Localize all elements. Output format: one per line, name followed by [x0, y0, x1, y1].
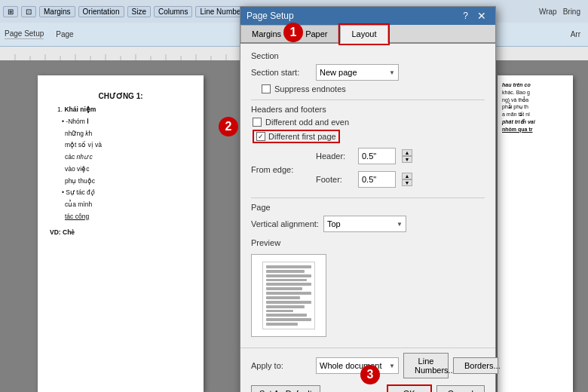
preview-line-10 [266, 305, 305, 308]
preview-section: Preview [251, 238, 485, 340]
header-label: Header: [316, 152, 354, 161]
preview-row [251, 251, 485, 340]
preview-line-2 [266, 270, 305, 273]
different-first-page-label: Different first page [268, 132, 336, 141]
section-start-arrow: ▼ [389, 69, 395, 76]
header-row: Header: ▲ ▼ [316, 148, 412, 164]
dialog-title: Page Setup [247, 11, 294, 21]
footer-label: Footer: [316, 175, 354, 184]
headers-footers-group: Headers and footers Different odd and ev… [251, 105, 485, 191]
apply-to-select[interactable]: Whole document ▼ [316, 357, 399, 374]
header-spinner: ▲ ▼ [402, 149, 412, 163]
dialog-body: Section Section start: New page ▼ Suppre… [240, 44, 495, 348]
preview-line-8 [266, 296, 300, 299]
preview-label: Preview [251, 238, 485, 247]
header-spin-down[interactable]: ▼ [402, 156, 412, 163]
suppress-endnotes-label: Suppress endnotes [274, 84, 346, 93]
section-start-row: Section start: New page ▼ [251, 64, 485, 81]
preview-line-9 [266, 301, 311, 304]
edge-inputs: Header: ▲ ▼ Footer: ▲ [316, 148, 412, 191]
vertical-align-select[interactable]: Top ▼ [323, 216, 406, 232]
preview-doc [262, 262, 315, 329]
cancel-btn[interactable]: Cancel [436, 385, 485, 392]
preview-line-14 [266, 323, 298, 326]
page-group: Page Vertical alignment: Top ▼ [251, 203, 485, 232]
tab-layout[interactable]: Layout [340, 25, 387, 44]
preview-line-1 [266, 265, 311, 268]
different-odd-even-checkbox[interactable] [253, 118, 262, 127]
section-label: Section [251, 51, 485, 60]
dialog-help-btn[interactable]: ? [460, 11, 471, 21]
btn-row: Set As Default OK Cancel [251, 384, 485, 392]
preview-line-5 [266, 283, 311, 286]
preview-line-7 [266, 292, 311, 295]
page-setup-dialog: Page Setup ? ✕ Margins Paper Layout Sect… [240, 6, 496, 392]
dialog-close-btn[interactable]: ✕ [474, 10, 489, 22]
footer-input[interactable] [358, 171, 396, 188]
section-start-select[interactable]: New page ▼ [316, 64, 399, 81]
preview-line-4 [266, 279, 307, 282]
preview-line-13 [266, 318, 311, 321]
footer-spinner: ▲ ▼ [402, 173, 412, 186]
line-numbers-btn[interactable]: Line Numbers... [403, 353, 449, 378]
step-badge-1: 1 [283, 23, 303, 42]
vertical-align-label: Vertical alignment: [251, 219, 319, 228]
different-first-page-row: ✓ Different first page [253, 130, 485, 143]
ok-btn[interactable]: OK [387, 384, 432, 392]
titlebar-controls: ? ✕ [460, 10, 489, 22]
different-odd-even-row: Different odd and even [253, 118, 485, 127]
header-spin-up[interactable]: ▲ [402, 149, 412, 156]
section-start-label: Section start: [251, 68, 311, 77]
step-badge-2: 2 [219, 117, 238, 136]
dialog-overlay: Page Setup ? ✕ Margins Paper Layout Sect… [0, 0, 588, 392]
borders-btn[interactable]: Borders... [453, 357, 498, 374]
apply-to-arrow: ▼ [389, 363, 395, 369]
from-edge-row: From edge: Header: ▲ ▼ Footer: [251, 148, 485, 191]
different-first-page-checkbox[interactable]: ✓ [256, 132, 265, 141]
divider-2 [251, 198, 485, 198]
divider-1 [251, 100, 485, 100]
headers-footers-label: Headers and footers [251, 105, 485, 114]
footer-spin-up[interactable]: ▲ [402, 173, 412, 179]
vertical-align-value: Top [327, 219, 341, 228]
different-first-page-box: ✓ Different first page [253, 130, 340, 143]
section-start-value: New page [320, 68, 357, 77]
section-group: Section Section start: New page ▼ Suppre… [251, 51, 485, 93]
preview-line-3 [266, 274, 311, 277]
suppress-endnotes-row: Suppress endnotes [262, 84, 485, 93]
set-as-default-btn[interactable]: Set As Default [251, 385, 320, 392]
dialog-titlebar: Page Setup ? ✕ [240, 7, 495, 25]
suppress-endnotes-checkbox[interactable] [262, 84, 271, 93]
header-input[interactable] [358, 148, 396, 164]
preview-line-6 [266, 287, 302, 290]
different-odd-even-label: Different odd and even [265, 118, 349, 127]
apply-to-label: Apply to: [251, 361, 311, 370]
footer-spin-down[interactable]: ▼ [402, 179, 412, 186]
dialog-tabs: Margins Paper Layout [240, 25, 495, 44]
vertical-align-arrow: ▼ [397, 221, 403, 228]
page-group-label: Page [251, 203, 485, 212]
preview-line-12 [266, 314, 307, 317]
step-badge-3: 3 [360, 365, 380, 384]
from-edge-label: From edge: [251, 165, 311, 174]
preview-box [251, 254, 326, 337]
preview-line-11 [266, 310, 293, 313]
vertical-align-row: Vertical alignment: Top ▼ [251, 216, 485, 232]
footer-row: Footer: ▲ ▼ [316, 171, 412, 188]
